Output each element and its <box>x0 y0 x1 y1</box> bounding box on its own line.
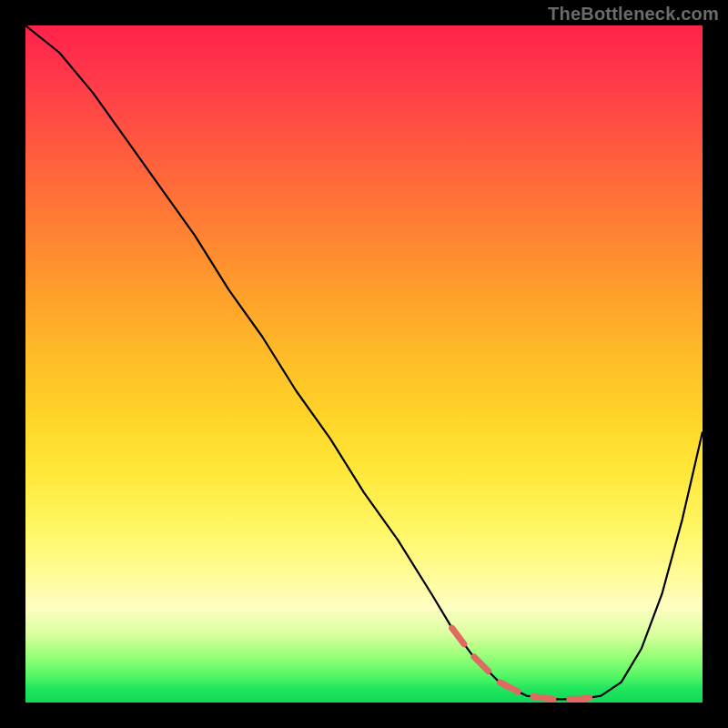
low-bottleneck-accent <box>452 628 602 699</box>
plot-area <box>25 25 703 703</box>
bottleneck-curve <box>25 25 703 699</box>
plot-svg <box>25 25 703 703</box>
watermark-text: TheBottleneck.com <box>548 4 719 25</box>
chart-frame: TheBottleneck.com <box>0 0 728 728</box>
